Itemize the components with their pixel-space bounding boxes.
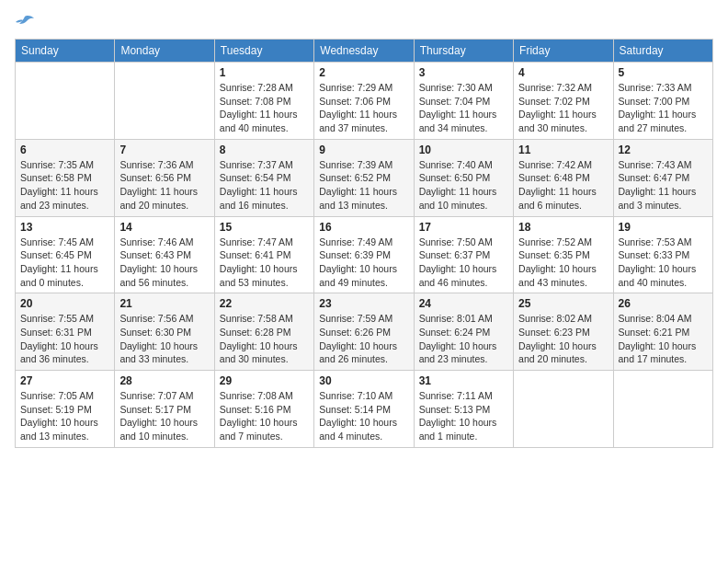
day-info: Sunrise: 7:39 AM Sunset: 6:52 PM Dayligh… xyxy=(319,158,408,213)
day-info: Sunrise: 7:49 AM Sunset: 6:39 PM Dayligh… xyxy=(319,236,408,290)
day-info: Sunrise: 7:53 AM Sunset: 6:33 PM Dayligh… xyxy=(619,236,708,290)
calendar-day-cell: 9Sunrise: 7:39 AM Sunset: 6:52 PM Daylig… xyxy=(314,139,414,216)
calendar-day-cell: 17Sunrise: 7:50 AM Sunset: 6:37 PM Dayli… xyxy=(414,216,513,293)
calendar-day-header: Saturday xyxy=(613,40,712,63)
calendar-day-cell: 24Sunrise: 8:01 AM Sunset: 6:24 PM Dayli… xyxy=(414,293,513,371)
day-info: Sunrise: 7:08 AM Sunset: 5:16 PM Dayligh… xyxy=(220,389,309,443)
calendar-day-cell: 26Sunrise: 8:04 AM Sunset: 6:21 PM Dayli… xyxy=(613,293,712,371)
calendar-body: 1Sunrise: 7:28 AM Sunset: 7:08 PM Daylig… xyxy=(16,63,713,448)
calendar-day-cell: 14Sunrise: 7:46 AM Sunset: 6:43 PM Dayli… xyxy=(115,216,214,293)
calendar-day-cell xyxy=(613,371,712,448)
day-number: 14 xyxy=(119,221,209,234)
calendar-week-row: 13Sunrise: 7:45 AM Sunset: 6:45 PM Dayli… xyxy=(16,216,713,293)
calendar-day-cell: 16Sunrise: 7:49 AM Sunset: 6:39 PM Dayli… xyxy=(314,216,414,293)
day-info: Sunrise: 7:30 AM Sunset: 7:04 PM Dayligh… xyxy=(419,81,508,135)
calendar-day-cell: 20Sunrise: 7:55 AM Sunset: 6:31 PM Dayli… xyxy=(16,293,115,371)
day-number: 22 xyxy=(220,297,309,310)
day-number: 5 xyxy=(619,66,708,79)
day-info: Sunrise: 7:07 AM Sunset: 5:17 PM Dayligh… xyxy=(119,389,209,443)
day-number: 13 xyxy=(20,221,109,234)
calendar-day-cell: 13Sunrise: 7:45 AM Sunset: 6:45 PM Dayli… xyxy=(16,216,115,293)
calendar-day-cell: 29Sunrise: 7:08 AM Sunset: 5:16 PM Dayli… xyxy=(214,371,313,448)
calendar-day-cell: 18Sunrise: 7:52 AM Sunset: 6:35 PM Dayli… xyxy=(514,216,613,293)
day-number: 19 xyxy=(619,221,708,234)
calendar-day-cell: 30Sunrise: 7:10 AM Sunset: 5:14 PM Dayli… xyxy=(314,371,414,448)
calendar-day-cell: 5Sunrise: 7:33 AM Sunset: 7:00 PM Daylig… xyxy=(613,63,712,140)
day-info: Sunrise: 7:28 AM Sunset: 7:08 PM Dayligh… xyxy=(220,81,309,135)
day-number: 30 xyxy=(319,374,408,387)
calendar-day-cell: 31Sunrise: 7:11 AM Sunset: 5:13 PM Dayli… xyxy=(414,371,513,448)
day-number: 12 xyxy=(619,144,708,156)
day-number: 15 xyxy=(220,221,309,234)
calendar-day-header: Friday xyxy=(514,40,613,63)
day-number: 25 xyxy=(518,297,608,310)
calendar-week-row: 1Sunrise: 7:28 AM Sunset: 7:08 PM Daylig… xyxy=(16,63,713,140)
day-number: 1 xyxy=(220,66,309,79)
calendar-day-header: Tuesday xyxy=(214,40,313,63)
page-header xyxy=(15,15,713,29)
calendar-day-cell xyxy=(115,63,214,140)
calendar-day-cell: 25Sunrise: 8:02 AM Sunset: 6:23 PM Dayli… xyxy=(514,293,613,371)
calendar-day-cell: 12Sunrise: 7:43 AM Sunset: 6:47 PM Dayli… xyxy=(613,139,712,216)
calendar-week-row: 6Sunrise: 7:35 AM Sunset: 6:58 PM Daylig… xyxy=(16,139,713,216)
day-info: Sunrise: 7:50 AM Sunset: 6:37 PM Dayligh… xyxy=(419,236,508,290)
day-info: Sunrise: 7:29 AM Sunset: 7:06 PM Dayligh… xyxy=(319,81,408,135)
day-number: 3 xyxy=(419,66,508,79)
day-info: Sunrise: 7:46 AM Sunset: 6:43 PM Dayligh… xyxy=(119,236,209,290)
day-info: Sunrise: 7:55 AM Sunset: 6:31 PM Dayligh… xyxy=(20,312,109,366)
day-number: 17 xyxy=(419,221,508,234)
day-number: 2 xyxy=(319,66,408,79)
day-number: 20 xyxy=(20,297,109,310)
calendar-day-cell xyxy=(16,63,115,140)
day-info: Sunrise: 8:02 AM Sunset: 6:23 PM Dayligh… xyxy=(518,312,608,366)
day-info: Sunrise: 7:32 AM Sunset: 7:02 PM Dayligh… xyxy=(518,81,608,135)
logo xyxy=(15,15,35,29)
calendar-day-cell: 27Sunrise: 7:05 AM Sunset: 5:19 PM Dayli… xyxy=(16,371,115,448)
calendar-day-cell: 7Sunrise: 7:36 AM Sunset: 6:56 PM Daylig… xyxy=(115,139,214,216)
day-number: 26 xyxy=(619,297,708,310)
day-info: Sunrise: 7:45 AM Sunset: 6:45 PM Dayligh… xyxy=(20,236,109,290)
calendar-week-row: 20Sunrise: 7:55 AM Sunset: 6:31 PM Dayli… xyxy=(16,293,713,371)
day-number: 27 xyxy=(20,374,109,387)
day-number: 29 xyxy=(220,374,309,387)
day-info: Sunrise: 7:35 AM Sunset: 6:58 PM Dayligh… xyxy=(20,158,109,213)
day-info: Sunrise: 7:11 AM Sunset: 5:13 PM Dayligh… xyxy=(419,389,508,443)
calendar-day-cell: 15Sunrise: 7:47 AM Sunset: 6:41 PM Dayli… xyxy=(214,216,313,293)
calendar-day-cell: 19Sunrise: 7:53 AM Sunset: 6:33 PM Dayli… xyxy=(613,216,712,293)
day-number: 21 xyxy=(119,297,209,310)
calendar-day-cell: 3Sunrise: 7:30 AM Sunset: 7:04 PM Daylig… xyxy=(414,63,513,140)
calendar-day-cell: 6Sunrise: 7:35 AM Sunset: 6:58 PM Daylig… xyxy=(16,139,115,216)
calendar-day-header: Sunday xyxy=(16,40,115,63)
day-number: 18 xyxy=(518,221,608,234)
calendar-day-cell: 28Sunrise: 7:07 AM Sunset: 5:17 PM Dayli… xyxy=(115,371,214,448)
calendar-day-cell: 21Sunrise: 7:56 AM Sunset: 6:30 PM Dayli… xyxy=(115,293,214,371)
day-info: Sunrise: 7:58 AM Sunset: 6:28 PM Dayligh… xyxy=(220,312,309,366)
day-number: 8 xyxy=(220,144,309,156)
day-number: 4 xyxy=(518,66,608,79)
calendar-day-cell: 23Sunrise: 7:59 AM Sunset: 6:26 PM Dayli… xyxy=(314,293,414,371)
day-info: Sunrise: 7:10 AM Sunset: 5:14 PM Dayligh… xyxy=(319,389,408,443)
day-info: Sunrise: 7:42 AM Sunset: 6:48 PM Dayligh… xyxy=(518,158,608,213)
calendar-day-header: Monday xyxy=(115,40,214,63)
day-info: Sunrise: 8:01 AM Sunset: 6:24 PM Dayligh… xyxy=(419,312,508,366)
day-info: Sunrise: 8:04 AM Sunset: 6:21 PM Dayligh… xyxy=(619,312,708,366)
day-info: Sunrise: 7:40 AM Sunset: 6:50 PM Dayligh… xyxy=(419,158,508,213)
calendar-day-cell: 11Sunrise: 7:42 AM Sunset: 6:48 PM Dayli… xyxy=(514,139,613,216)
calendar-day-cell: 8Sunrise: 7:37 AM Sunset: 6:54 PM Daylig… xyxy=(214,139,313,216)
logo-bird-icon xyxy=(16,15,34,29)
day-number: 11 xyxy=(518,144,608,156)
day-number: 6 xyxy=(20,144,109,156)
calendar-day-header: Thursday xyxy=(414,40,513,63)
calendar-day-cell xyxy=(514,371,613,448)
calendar-header-row: SundayMondayTuesdayWednesdayThursdayFrid… xyxy=(16,40,713,63)
day-info: Sunrise: 7:59 AM Sunset: 6:26 PM Dayligh… xyxy=(319,312,408,366)
day-number: 24 xyxy=(419,297,508,310)
day-number: 7 xyxy=(119,144,209,156)
day-info: Sunrise: 7:33 AM Sunset: 7:00 PM Dayligh… xyxy=(619,81,708,135)
calendar-day-header: Wednesday xyxy=(314,40,414,63)
day-number: 10 xyxy=(419,144,508,156)
calendar-day-cell: 2Sunrise: 7:29 AM Sunset: 7:06 PM Daylig… xyxy=(314,63,414,140)
day-number: 23 xyxy=(319,297,408,310)
day-info: Sunrise: 7:37 AM Sunset: 6:54 PM Dayligh… xyxy=(220,158,309,213)
day-info: Sunrise: 7:52 AM Sunset: 6:35 PM Dayligh… xyxy=(518,236,608,290)
